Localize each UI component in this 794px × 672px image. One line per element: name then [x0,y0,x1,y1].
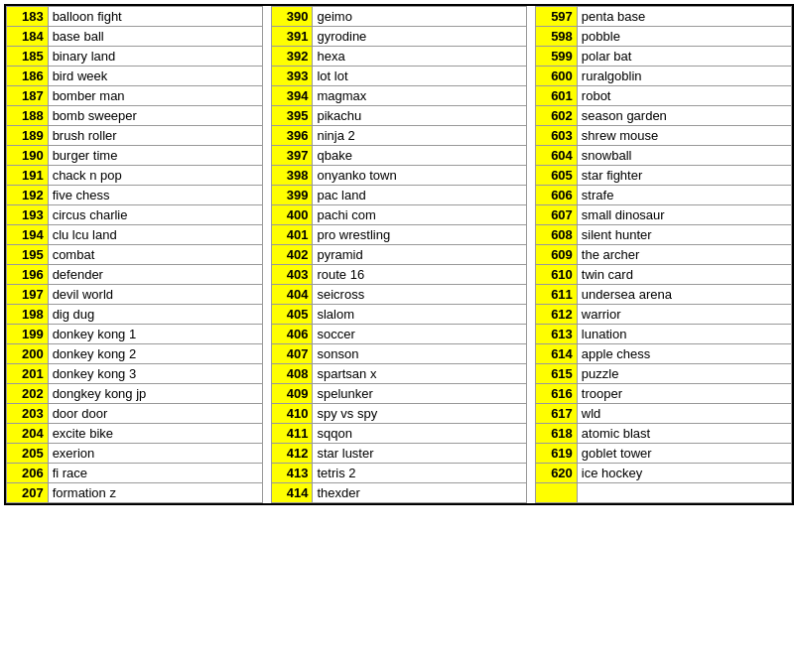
gap2 [527,285,536,305]
col3-number: 610 [536,265,578,285]
gap2 [527,86,536,106]
gap2 [527,305,536,325]
col2-number: 412 [271,444,313,464]
gap1 [262,245,271,265]
col2-number: 399 [271,186,313,205]
col1-number: 191 [7,166,49,186]
col2-number: 405 [271,305,313,325]
gap1 [262,364,271,384]
table-row: 188bomb sweeper395pikachu602season garde… [7,106,792,126]
table-row: 201donkey kong 3408spartsan x615puzzle [7,364,792,384]
col1-number: 205 [7,444,49,464]
col1-name: defender [48,265,262,285]
col2-name: sqqon [313,424,527,444]
col3-name: twin card [577,265,791,285]
gap1 [262,344,271,364]
gap2 [527,364,536,384]
col2-number: 407 [271,344,313,364]
col2-number: 395 [271,106,313,126]
table-row: 197devil world404seicross611undersea are… [7,285,792,305]
col3-name: pobble [577,27,791,47]
col3-name: warrior [577,305,791,325]
col2-number: 401 [271,225,313,245]
col2-name: tetris 2 [313,464,527,483]
col2-name: sonson [313,344,527,364]
col1-name: door door [48,404,262,424]
col1-number: 190 [7,146,49,166]
col1-name: fi race [48,464,262,483]
gap2 [527,404,536,424]
col1-number: 192 [7,186,49,205]
gap2 [527,424,536,444]
col1-number: 184 [7,27,49,47]
col2-number: 403 [271,265,313,285]
gap1 [262,483,271,503]
col1-number: 197 [7,285,49,305]
col2-number: 404 [271,285,313,305]
gap1 [262,166,271,186]
col3-name: wld [577,404,791,424]
gap1 [262,424,271,444]
gap2 [527,67,536,86]
col1-number: 203 [7,404,49,424]
col2-name: lot lot [313,67,527,86]
col1-name: donkey kong 1 [48,325,262,344]
col3-number: 614 [536,344,578,364]
col2-name: gyrodine [313,27,527,47]
gap1 [262,444,271,464]
col1-number: 186 [7,67,49,86]
table-row: 192five chess399pac land606strafe [7,186,792,205]
col3-name: star fighter [577,166,791,186]
col1-number: 206 [7,464,49,483]
col1-number: 207 [7,483,49,503]
col1-name: donkey kong 2 [48,344,262,364]
gap1 [262,325,271,344]
col3-number: 607 [536,205,578,225]
col1-name: binary land [48,47,262,67]
gap1 [262,404,271,424]
col2-name: star luster [313,444,527,464]
col1-name: five chess [48,186,262,205]
gap1 [262,225,271,245]
col3-number [536,483,578,503]
col3-number: 612 [536,305,578,325]
col3-number: 608 [536,225,578,245]
col3-name: trooper [577,384,791,404]
col1-number: 188 [7,106,49,126]
col3-number: 616 [536,384,578,404]
col2-number: 414 [271,483,313,503]
col1-name: combat [48,245,262,265]
col3-number: 611 [536,285,578,305]
table-row: 183balloon fight390geimo597penta base [7,7,792,27]
col2-number: 396 [271,126,313,146]
col1-number: 199 [7,325,49,344]
table-row: 207formation z414thexder [7,483,792,503]
table-row: 186bird week393lot lot600ruralgoblin [7,67,792,86]
col3-name: snowball [577,146,791,166]
col2-number: 413 [271,464,313,483]
col2-number: 402 [271,245,313,265]
table-row: 185binary land392hexa599polar bat [7,47,792,67]
col2-number: 391 [271,27,313,47]
col3-name: ruralgoblin [577,67,791,86]
col2-number: 411 [271,424,313,444]
gap1 [262,126,271,146]
col1-number: 198 [7,305,49,325]
table-row: 205exerion412star luster619goblet tower [7,444,792,464]
col3-number: 600 [536,67,578,86]
col1-number: 183 [7,7,49,27]
col2-name: hexa [313,47,527,67]
col3-number: 605 [536,166,578,186]
col1-name: clu lcu land [48,225,262,245]
gap1 [262,7,271,27]
col3-name: shrew mouse [577,126,791,146]
col2-number: 400 [271,205,313,225]
col3-number: 604 [536,146,578,166]
col3-number: 602 [536,106,578,126]
col2-number: 397 [271,146,313,166]
table-row: 194clu lcu land401pro wrestling608silent… [7,225,792,245]
gap2 [527,47,536,67]
table-row: 187bomber man394magmax601robot [7,86,792,106]
col2-name: spy vs spy [313,404,527,424]
col1-number: 195 [7,245,49,265]
